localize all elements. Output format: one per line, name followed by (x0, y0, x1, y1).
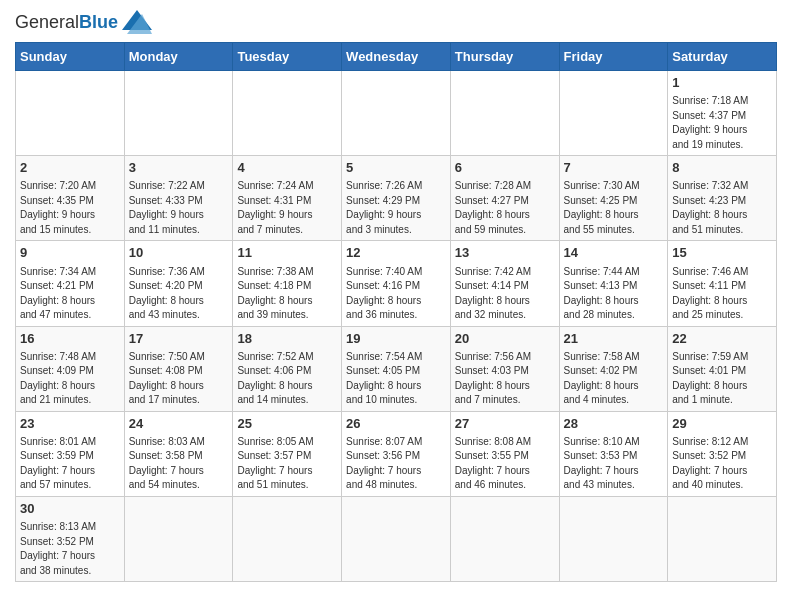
calendar-day-cell: 18Sunrise: 7:52 AM Sunset: 4:06 PM Dayli… (233, 326, 342, 411)
day-info: Sunrise: 7:36 AM Sunset: 4:20 PM Dayligh… (129, 265, 229, 323)
calendar-day-cell: 7Sunrise: 7:30 AM Sunset: 4:25 PM Daylig… (559, 156, 668, 241)
calendar-week-4: 16Sunrise: 7:48 AM Sunset: 4:09 PM Dayli… (16, 326, 777, 411)
day-info: Sunrise: 7:46 AM Sunset: 4:11 PM Dayligh… (672, 265, 772, 323)
calendar-day-cell: 6Sunrise: 7:28 AM Sunset: 4:27 PM Daylig… (450, 156, 559, 241)
calendar-day-cell: 11Sunrise: 7:38 AM Sunset: 4:18 PM Dayli… (233, 241, 342, 326)
calendar-day-cell (124, 496, 233, 581)
calendar-day-cell: 10Sunrise: 7:36 AM Sunset: 4:20 PM Dayli… (124, 241, 233, 326)
day-info: Sunrise: 8:03 AM Sunset: 3:58 PM Dayligh… (129, 435, 229, 493)
day-info: Sunrise: 7:54 AM Sunset: 4:05 PM Dayligh… (346, 350, 446, 408)
calendar-day-cell: 21Sunrise: 7:58 AM Sunset: 4:02 PM Dayli… (559, 326, 668, 411)
weekday-header-wednesday: Wednesday (342, 43, 451, 71)
day-number: 6 (455, 159, 555, 177)
day-info: Sunrise: 7:56 AM Sunset: 4:03 PM Dayligh… (455, 350, 555, 408)
day-number: 24 (129, 415, 229, 433)
day-number: 20 (455, 330, 555, 348)
day-number: 10 (129, 244, 229, 262)
day-info: Sunrise: 8:07 AM Sunset: 3:56 PM Dayligh… (346, 435, 446, 493)
day-info: Sunrise: 7:52 AM Sunset: 4:06 PM Dayligh… (237, 350, 337, 408)
day-number: 7 (564, 159, 664, 177)
logo-blue-text: Blue (79, 12, 118, 32)
calendar-day-cell: 14Sunrise: 7:44 AM Sunset: 4:13 PM Dayli… (559, 241, 668, 326)
calendar-week-3: 9Sunrise: 7:34 AM Sunset: 4:21 PM Daylig… (16, 241, 777, 326)
weekday-header-monday: Monday (124, 43, 233, 71)
calendar-day-cell (233, 496, 342, 581)
day-number: 8 (672, 159, 772, 177)
day-info: Sunrise: 7:48 AM Sunset: 4:09 PM Dayligh… (20, 350, 120, 408)
calendar-day-cell: 20Sunrise: 7:56 AM Sunset: 4:03 PM Dayli… (450, 326, 559, 411)
calendar-table: SundayMondayTuesdayWednesdayThursdayFrid… (15, 42, 777, 582)
day-number: 23 (20, 415, 120, 433)
calendar-day-cell (16, 71, 125, 156)
calendar-day-cell: 30Sunrise: 8:13 AM Sunset: 3:52 PM Dayli… (16, 496, 125, 581)
calendar-day-cell: 17Sunrise: 7:50 AM Sunset: 4:08 PM Dayli… (124, 326, 233, 411)
day-number: 13 (455, 244, 555, 262)
day-info: Sunrise: 8:08 AM Sunset: 3:55 PM Dayligh… (455, 435, 555, 493)
day-info: Sunrise: 7:38 AM Sunset: 4:18 PM Dayligh… (237, 265, 337, 323)
calendar-day-cell: 16Sunrise: 7:48 AM Sunset: 4:09 PM Dayli… (16, 326, 125, 411)
calendar-day-cell: 26Sunrise: 8:07 AM Sunset: 3:56 PM Dayli… (342, 411, 451, 496)
day-info: Sunrise: 7:20 AM Sunset: 4:35 PM Dayligh… (20, 179, 120, 237)
calendar-day-cell: 22Sunrise: 7:59 AM Sunset: 4:01 PM Dayli… (668, 326, 777, 411)
day-info: Sunrise: 8:13 AM Sunset: 3:52 PM Dayligh… (20, 520, 120, 578)
calendar-day-cell: 3Sunrise: 7:22 AM Sunset: 4:33 PM Daylig… (124, 156, 233, 241)
calendar-day-cell (559, 496, 668, 581)
calendar-day-cell: 24Sunrise: 8:03 AM Sunset: 3:58 PM Dayli… (124, 411, 233, 496)
calendar-day-cell (450, 71, 559, 156)
day-info: Sunrise: 8:12 AM Sunset: 3:52 PM Dayligh… (672, 435, 772, 493)
day-number: 4 (237, 159, 337, 177)
calendar-day-cell (233, 71, 342, 156)
day-number: 27 (455, 415, 555, 433)
day-number: 14 (564, 244, 664, 262)
weekday-header-tuesday: Tuesday (233, 43, 342, 71)
day-info: Sunrise: 8:10 AM Sunset: 3:53 PM Dayligh… (564, 435, 664, 493)
calendar-week-6: 30Sunrise: 8:13 AM Sunset: 3:52 PM Dayli… (16, 496, 777, 581)
weekday-header-thursday: Thursday (450, 43, 559, 71)
calendar-day-cell: 15Sunrise: 7:46 AM Sunset: 4:11 PM Dayli… (668, 241, 777, 326)
day-info: Sunrise: 7:24 AM Sunset: 4:31 PM Dayligh… (237, 179, 337, 237)
day-number: 5 (346, 159, 446, 177)
day-info: Sunrise: 7:42 AM Sunset: 4:14 PM Dayligh… (455, 265, 555, 323)
logo-icon (122, 10, 152, 34)
calendar-day-cell: 19Sunrise: 7:54 AM Sunset: 4:05 PM Dayli… (342, 326, 451, 411)
day-info: Sunrise: 7:34 AM Sunset: 4:21 PM Dayligh… (20, 265, 120, 323)
day-info: Sunrise: 7:28 AM Sunset: 4:27 PM Dayligh… (455, 179, 555, 237)
weekday-header-row: SundayMondayTuesdayWednesdayThursdayFrid… (16, 43, 777, 71)
calendar-day-cell: 4Sunrise: 7:24 AM Sunset: 4:31 PM Daylig… (233, 156, 342, 241)
day-number: 19 (346, 330, 446, 348)
calendar-day-cell: 8Sunrise: 7:32 AM Sunset: 4:23 PM Daylig… (668, 156, 777, 241)
day-number: 15 (672, 244, 772, 262)
page-header: GeneralBlue (15, 10, 777, 34)
day-info: Sunrise: 7:40 AM Sunset: 4:16 PM Dayligh… (346, 265, 446, 323)
day-number: 3 (129, 159, 229, 177)
day-number: 17 (129, 330, 229, 348)
calendar-day-cell: 28Sunrise: 8:10 AM Sunset: 3:53 PM Dayli… (559, 411, 668, 496)
day-info: Sunrise: 7:22 AM Sunset: 4:33 PM Dayligh… (129, 179, 229, 237)
day-number: 25 (237, 415, 337, 433)
weekday-header-friday: Friday (559, 43, 668, 71)
calendar-day-cell (559, 71, 668, 156)
day-info: Sunrise: 7:18 AM Sunset: 4:37 PM Dayligh… (672, 94, 772, 152)
day-number: 30 (20, 500, 120, 518)
calendar-day-cell (342, 71, 451, 156)
day-number: 9 (20, 244, 120, 262)
day-info: Sunrise: 7:44 AM Sunset: 4:13 PM Dayligh… (564, 265, 664, 323)
day-info: Sunrise: 7:58 AM Sunset: 4:02 PM Dayligh… (564, 350, 664, 408)
calendar-day-cell (124, 71, 233, 156)
day-info: Sunrise: 8:01 AM Sunset: 3:59 PM Dayligh… (20, 435, 120, 493)
calendar-day-cell (450, 496, 559, 581)
day-info: Sunrise: 7:50 AM Sunset: 4:08 PM Dayligh… (129, 350, 229, 408)
day-info: Sunrise: 7:32 AM Sunset: 4:23 PM Dayligh… (672, 179, 772, 237)
calendar-day-cell: 5Sunrise: 7:26 AM Sunset: 4:29 PM Daylig… (342, 156, 451, 241)
day-number: 16 (20, 330, 120, 348)
day-number: 12 (346, 244, 446, 262)
calendar-week-2: 2Sunrise: 7:20 AM Sunset: 4:35 PM Daylig… (16, 156, 777, 241)
calendar-week-5: 23Sunrise: 8:01 AM Sunset: 3:59 PM Dayli… (16, 411, 777, 496)
day-number: 22 (672, 330, 772, 348)
calendar-day-cell (668, 496, 777, 581)
calendar-day-cell (342, 496, 451, 581)
day-number: 1 (672, 74, 772, 92)
calendar-day-cell: 2Sunrise: 7:20 AM Sunset: 4:35 PM Daylig… (16, 156, 125, 241)
day-number: 18 (237, 330, 337, 348)
day-number: 2 (20, 159, 120, 177)
